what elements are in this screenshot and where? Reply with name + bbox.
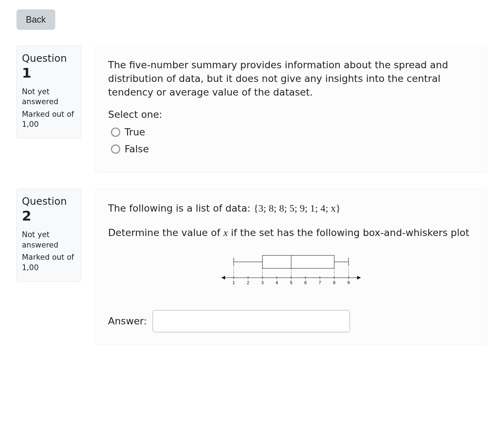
question-status: Not yet answered [22, 87, 76, 107]
question-status: Not yet answered [22, 230, 76, 250]
answer-label: Answer: [108, 315, 147, 327]
question-1-content: The five-number summary provides informa… [95, 46, 487, 173]
boxplot-svg: 123456789 [219, 249, 363, 292]
boxplot-figure: 123456789 [108, 249, 474, 292]
question-2-line1: The following is a list of data: {3; 8; … [108, 201, 474, 215]
option-false-label[interactable]: False [125, 143, 149, 154]
svg-text:4: 4 [276, 280, 278, 285]
question-label: Question [22, 52, 76, 65]
question-2-line2: Determine the value of x if the set has … [108, 226, 474, 240]
svg-marker-1 [221, 276, 225, 279]
question-1: Question 1 Not yet answered Marked out o… [17, 46, 487, 173]
question-1-info-panel: Question 1 Not yet answered Marked out o… [17, 46, 81, 138]
option-false[interactable]: False [111, 143, 474, 154]
question-2-content: The following is a list of data: {3; 8; … [95, 189, 487, 345]
back-button[interactable]: Back [17, 9, 55, 30]
question-label: Question [22, 195, 76, 208]
option-true[interactable]: True [111, 126, 474, 138]
svg-text:8: 8 [333, 280, 336, 285]
svg-text:9: 9 [347, 280, 350, 285]
svg-marker-2 [357, 276, 361, 279]
question-2: Question 2 Not yet answered Marked out o… [17, 189, 487, 345]
svg-text:5: 5 [290, 280, 293, 285]
radio-icon[interactable] [111, 144, 120, 154]
svg-text:2: 2 [247, 280, 249, 285]
svg-text:7: 7 [319, 280, 321, 285]
answer-input[interactable] [153, 310, 350, 332]
svg-text:3: 3 [261, 280, 264, 285]
question-2-info-panel: Question 2 Not yet answered Marked out o… [17, 189, 81, 281]
question-mark: Marked out of 1,00 [22, 109, 76, 130]
svg-text:1: 1 [233, 280, 235, 285]
select-one-label: Select one: [108, 109, 474, 120]
svg-rect-25 [262, 255, 334, 268]
question-mark: Marked out of 1,00 [22, 252, 76, 273]
option-true-label[interactable]: True [125, 126, 145, 138]
question-1-text: The five-number summary provides informa… [108, 58, 474, 99]
svg-text:6: 6 [304, 280, 307, 285]
question-number: 1 [22, 64, 76, 82]
radio-icon[interactable] [111, 128, 120, 137]
question-number: 2 [22, 207, 76, 225]
